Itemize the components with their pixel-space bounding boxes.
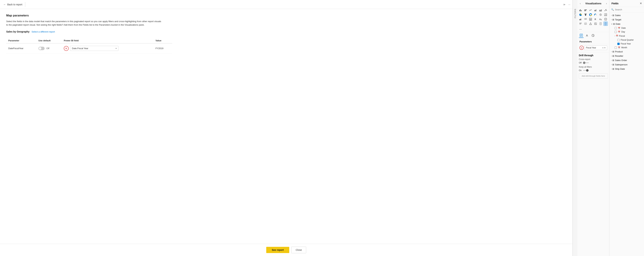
viz-icon-shape[interactable] bbox=[588, 22, 593, 26]
product-label: Product bbox=[615, 50, 623, 53]
svg-rect-27 bbox=[581, 19, 581, 20]
field-item-fiscal-year[interactable]: Fiscal Year bbox=[616, 42, 644, 46]
fields-search-bar: 🔍 bbox=[610, 7, 644, 13]
filter-icon[interactable]: ⊳ bbox=[564, 3, 566, 6]
viz-icon-bar-cluster[interactable] bbox=[594, 8, 598, 12]
field-group-reseller-header[interactable]: › ⊞ Reseller bbox=[610, 54, 644, 58]
field-group-sales: › ⊞ Sales bbox=[610, 13, 644, 18]
viz-nav-right[interactable]: › bbox=[605, 2, 608, 5]
viz-icon-python[interactable]: Py bbox=[598, 17, 603, 21]
reseller-table-icon: ⊞ bbox=[612, 55, 614, 57]
fiscal-year-chip[interactable]: Fiscal Year ▾ ✕ bbox=[584, 46, 607, 50]
field-item-fiscal-quarter[interactable]: Fiscal Quarter bbox=[616, 38, 644, 42]
product-table-icon: ⊞ bbox=[612, 50, 614, 53]
build-tab-analytics[interactable] bbox=[590, 33, 596, 38]
target-label: Target bbox=[615, 18, 621, 21]
field-item-day[interactable]: 📅 Day bbox=[614, 30, 644, 34]
fiscal-quarter-checkbox[interactable] bbox=[618, 39, 620, 41]
viz-icon-waterfall[interactable] bbox=[578, 17, 583, 21]
month-icon: 📅 bbox=[618, 47, 620, 49]
field-group-date: ∨ ⊞ Date 📅 Date 📅 Day bbox=[610, 22, 644, 50]
viz-icon-gauge[interactable] bbox=[594, 13, 598, 17]
viz-icon-pie[interactable] bbox=[578, 13, 583, 17]
chip-chevron-icon[interactable]: ▾ bbox=[602, 47, 603, 49]
viz-nav-left[interactable]: ‹ bbox=[579, 2, 582, 5]
field-group-product-header[interactable]: › ⊞ Product bbox=[610, 50, 644, 54]
select-different-report-link[interactable]: Select a different report bbox=[32, 31, 55, 33]
back-to-report-button[interactable]: ← Back to report bbox=[2, 3, 24, 7]
drill-through-drop-zone[interactable]: Add drill-through fields here bbox=[579, 73, 608, 79]
day-checkbox[interactable] bbox=[614, 31, 617, 33]
viz-icon-bar-chart[interactable] bbox=[578, 8, 583, 12]
field-group-ship-date-header[interactable]: › ⊞ Ship Date bbox=[610, 67, 644, 71]
viz-icon-slicer[interactable] bbox=[578, 22, 583, 26]
top-bar-right: ⊳ ··· bbox=[564, 3, 570, 6]
cross-report-toggle[interactable] bbox=[583, 63, 589, 63]
viz-icon-r-script[interactable]: R bbox=[594, 17, 598, 21]
see-report-button[interactable]: See report bbox=[266, 247, 289, 253]
field-group-sales-order-header[interactable]: › ⊞ Sales Order bbox=[610, 58, 644, 63]
svg-rect-39 bbox=[580, 23, 582, 23]
viz-icon-ribbon[interactable] bbox=[584, 17, 588, 21]
fiscal-chevron-icon: › bbox=[614, 35, 615, 37]
build-tab-fields[interactable] bbox=[579, 33, 584, 38]
viz-icon-line-chart[interactable] bbox=[588, 8, 593, 12]
close-button[interactable]: Close bbox=[291, 247, 306, 253]
viz-icon-area-chart[interactable] bbox=[598, 8, 603, 12]
svg-rect-6 bbox=[594, 10, 595, 11]
search-input[interactable] bbox=[615, 8, 644, 11]
fiscal-year-checkbox[interactable] bbox=[618, 43, 620, 45]
filters-side-panel: Filters bbox=[572, 0, 578, 256]
use-default-toggle[interactable] bbox=[38, 47, 44, 50]
ship-date-table-icon: ⊞ bbox=[612, 68, 614, 70]
build-tab-format[interactable] bbox=[585, 33, 590, 38]
value-cell: FY2019 bbox=[153, 43, 172, 54]
field-group-sales-header[interactable]: › ⊞ Sales bbox=[610, 13, 644, 18]
search-icon: 🔍 bbox=[611, 8, 614, 11]
svg-point-13 bbox=[606, 10, 607, 11]
field-group-salesperson-header[interactable]: › ⊞ Salesperson bbox=[610, 63, 644, 67]
viz-icon-donut[interactable] bbox=[588, 13, 593, 17]
fields-list: › ⊞ Sales › ⊞ Target ∨ ⊞ Date bbox=[610, 13, 644, 256]
viz-icon-text-box[interactable] bbox=[584, 22, 588, 26]
viz-icon-paginated-report[interactable] bbox=[598, 22, 603, 26]
sidebar-area: Filters ‹ Visualizations › bbox=[572, 0, 644, 256]
viz-icon-treemap[interactable] bbox=[604, 13, 608, 17]
svg-rect-1 bbox=[580, 9, 581, 11]
viz-more-dots[interactable]: ··· bbox=[578, 27, 609, 32]
svg-rect-26 bbox=[581, 18, 581, 19]
viz-icon-funnel[interactable] bbox=[584, 13, 588, 17]
viz-icon-paginated-active[interactable] bbox=[604, 22, 608, 26]
fields-close-button[interactable]: ✕ bbox=[640, 2, 642, 5]
field-group-target-header[interactable]: › ⊞ Target bbox=[610, 18, 644, 22]
field-group-sales-order: › ⊞ Sales Order bbox=[610, 58, 644, 63]
report-name: Sales by Geography bbox=[6, 30, 30, 33]
more-options-icon[interactable]: ··· bbox=[568, 3, 570, 6]
viz-title: Visualizations bbox=[585, 2, 601, 5]
svg-rect-3 bbox=[584, 10, 587, 10]
keep-filters-toggle[interactable] bbox=[583, 70, 589, 71]
field-item-date[interactable]: 📅 Date bbox=[614, 26, 644, 30]
fiscal-group-header[interactable]: › 📅 Fiscal bbox=[614, 34, 644, 38]
viz-icon-column-chart[interactable] bbox=[584, 8, 588, 12]
dropdown-value: Date.Fiscal Year bbox=[72, 47, 88, 50]
viz-icon-scatter[interactable] bbox=[604, 8, 608, 12]
parameter-cell: DateFiscalYear bbox=[6, 43, 36, 54]
svg-rect-9 bbox=[596, 9, 596, 11]
fiscal-sub-items: Fiscal Quarter Fiscal Year bbox=[614, 38, 644, 46]
fiscal-group-icon: 📅 bbox=[616, 35, 618, 37]
field-group-date-header[interactable]: ∨ ⊞ Date bbox=[610, 22, 644, 26]
col-header-use-default: Use default bbox=[36, 38, 62, 43]
viz-icon-custom[interactable] bbox=[604, 17, 608, 21]
svg-point-11 bbox=[604, 10, 605, 11]
month-checkbox[interactable] bbox=[614, 47, 617, 49]
viz-icon-table[interactable] bbox=[588, 17, 593, 21]
sales-chevron-icon: › bbox=[611, 14, 612, 16]
date-label: Date bbox=[616, 23, 620, 25]
field-dropdown[interactable]: Date.Fiscal Year ▾ bbox=[70, 46, 118, 51]
date-checkbox[interactable] bbox=[614, 27, 617, 29]
chip-close-icon[interactable]: ✕ bbox=[604, 47, 606, 49]
viz-icon-image[interactable] bbox=[594, 22, 598, 26]
viz-icon-map[interactable] bbox=[598, 13, 603, 17]
field-item-month[interactable]: 📅 Month bbox=[614, 46, 644, 50]
